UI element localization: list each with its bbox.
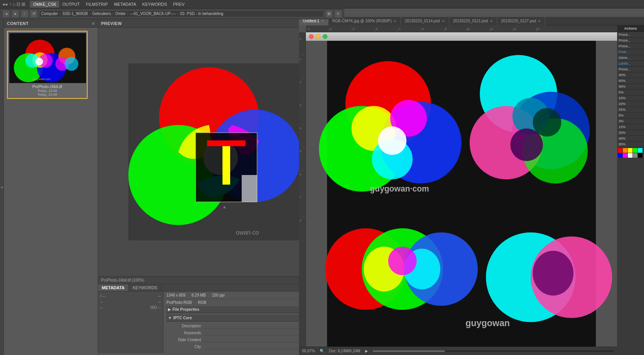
swatch-gray[interactable] — [633, 153, 637, 158]
actions-panel: Actions Proce... Proce... Proce... Portr… — [617, 25, 644, 355]
ps-tab-0114[interactable]: 20130220_0114.psd ✕ — [401, 17, 449, 25]
up-icon[interactable]: ↑ — [9, 2, 12, 7]
recent-icon[interactable]: ⊡ — [17, 2, 20, 7]
thumbnail-image: guygowan.com — [9, 33, 86, 83]
iptc-label: IPTC Core — [173, 316, 192, 320]
svg-point-85 — [388, 247, 417, 275]
ps-tab-0114-close[interactable]: ✕ — [442, 19, 445, 23]
grid-view-btn[interactable]: ⊞ — [325, 10, 333, 18]
swatch-blue[interactable] — [618, 153, 622, 158]
bc-omke[interactable]: Omke — [115, 12, 126, 16]
share-icon[interactable]: ⊞ — [22, 2, 25, 7]
preview-canvas-area: owan·co ✕ — [98, 28, 334, 276]
actions-item-18[interactable]: 40% — [617, 136, 644, 142]
bc-psd[interactable]: 02- PSD - In behandeling — [180, 12, 223, 16]
bc-backup[interactable]: ---01_VOOR_BACK-UP---- — [130, 12, 176, 16]
actions-item-10[interactable]: 5% — [617, 90, 644, 95]
swatch-white[interactable] — [628, 153, 632, 158]
ps-tab-untitled-label: Untitled-1 — [303, 19, 319, 23]
actions-item-2[interactable]: Proce... — [617, 43, 644, 49]
svg-text:4: 4 — [330, 27, 332, 31]
actions-item-16[interactable]: 12% — [617, 124, 644, 130]
actions-item-9[interactable]: 90% — [617, 84, 644, 90]
ps-image-svg: guygowan·com guygowan — [306, 41, 617, 347]
swatch-red[interactable] — [618, 148, 622, 153]
ps-tab-untitled-close[interactable]: ✕ — [321, 19, 324, 23]
meta-label-iso: -- — [100, 305, 103, 310]
swatch-black[interactable] — [638, 153, 642, 158]
bc-sep5: › — [177, 12, 178, 16]
list-view-btn[interactable]: ≡ — [334, 10, 342, 18]
actions-item-12[interactable]: 20% — [617, 101, 644, 107]
back-icon[interactable]: ◂ — [2, 2, 5, 7]
back-nav-btn[interactable]: ◂ — [2, 10, 10, 18]
content-area: guygowan.com ProPhoto-16bit.tif Today, 2… — [4, 28, 98, 355]
bridge-menu-bar: ◂ ▸ ↑ ⌂ ⊡ ⊞ OMKE_CS6 OUTPUT FILMSTRIP ME… — [0, 0, 644, 8]
actions-item-17[interactable]: 20% — [617, 130, 644, 136]
menu-omke[interactable]: OMKE_CS6 — [30, 1, 59, 8]
ps-tabs-row: Untitled-1 ✕ RGB-CMYK.jpg @ 100% (RGB/8*… — [299, 17, 644, 25]
bc-computer[interactable]: Computer — [41, 12, 58, 16]
ps-tab-0121[interactable]: 20130220_0121.psd ✕ — [449, 17, 497, 25]
forward-icon[interactable]: ▸ — [6, 2, 8, 7]
meta-val-iso: ISO -- — [150, 305, 161, 310]
thumbnail-item-prophoto[interactable]: guygowan.com ProPhoto-16bit.tif Today, 2… — [7, 31, 88, 99]
thumbnail-filename: ProPhoto-16bit.tif Today, 23:08 Today, 2… — [9, 85, 85, 97]
home-icon[interactable]: ⌂ — [13, 2, 15, 7]
actions-item-13[interactable]: 25% — [617, 107, 644, 113]
actions-item-1[interactable]: Proce... — [617, 38, 644, 43]
iptc-arrow: ▼ — [168, 316, 172, 320]
actions-item-8[interactable]: 60% — [617, 78, 644, 84]
menu-metadata[interactable]: METADATA — [111, 1, 139, 8]
iptc-desc-label: Description — [169, 324, 204, 328]
actions-item-15[interactable]: 3% — [617, 118, 644, 124]
swatch-orange[interactable] — [623, 148, 627, 153]
refresh-nav-btn[interactable]: ↺ — [30, 10, 38, 18]
actions-item-19[interactable]: 80% — [617, 142, 644, 147]
menu-keywords[interactable]: KEYWORDS — [139, 1, 170, 8]
actions-item-5[interactable]: Lands... — [617, 61, 644, 67]
bc-ssd[interactable]: SSD-1_960GB — [62, 12, 88, 16]
svg-rect-20 — [242, 175, 257, 202]
meta-filesize: 6.29 MB — [192, 293, 206, 297]
up-nav-btn[interactable]: ↑ — [21, 10, 28, 18]
menu-filmstrip[interactable]: FILMSTRIP — [83, 1, 111, 8]
ps-tab-0127-close[interactable]: ✕ — [538, 19, 541, 23]
actions-item-7[interactable]: 30% — [617, 72, 644, 78]
nav-toolbar: ◂ ▸ ↑ ↺ Computer › SSD-1_960GB › Gebruik… — [0, 8, 344, 19]
preview-panel: PREVIEW — [98, 19, 334, 284]
swatch-yellow[interactable] — [628, 148, 632, 153]
tl-maximize[interactable] — [323, 34, 327, 39]
tab-keywords[interactable]: KEYWORDS — [129, 284, 161, 291]
swatch-green[interactable] — [633, 148, 637, 153]
menu-prev[interactable]: PREV — [170, 1, 188, 8]
content-panel-menu-icon[interactable]: ≡ — [92, 21, 95, 26]
tl-minimize[interactable] — [316, 34, 320, 39]
actions-item-14[interactable]: 6% — [617, 113, 644, 118]
doc-titlebar — [306, 32, 617, 41]
sidebar-toggle[interactable]: ◂ — [0, 19, 4, 355]
svg-text:2: 2 — [300, 81, 301, 83]
actions-item-6[interactable]: Proce... — [617, 67, 644, 72]
ps-tab-cmyk-close[interactable]: ✕ — [393, 19, 397, 23]
fwd-nav-btn[interactable]: ▸ — [12, 10, 19, 18]
svg-text:guygowan·com: guygowan·com — [370, 184, 429, 193]
iptc-city-label: City — [169, 345, 204, 349]
menu-output[interactable]: OUTPUT — [59, 1, 83, 8]
ps-tab-0121-close[interactable]: ✕ — [490, 19, 493, 23]
meta-dimensions: 1348 x 809 — [166, 293, 186, 297]
swatch-cyan[interactable] — [638, 148, 642, 153]
actions-item-11[interactable]: 10% — [617, 95, 644, 101]
ps-tab-0127[interactable]: 20130220_0127.psd ✕ — [497, 17, 545, 25]
actions-item-4[interactable]: Gene... — [617, 55, 644, 61]
swatch-magenta[interactable] — [623, 153, 627, 158]
ps-image-canvas: guygowan·com guygowan — [306, 32, 617, 347]
svg-point-71 — [378, 127, 407, 155]
svg-point-7 — [35, 58, 43, 65]
actions-item-3[interactable]: Portr... — [617, 49, 644, 55]
bc-gebruikers[interactable]: Gebruikers — [92, 12, 111, 16]
svg-text:13: 13 — [536, 27, 539, 31]
actions-item-0[interactable]: Proce... — [617, 32, 644, 38]
tl-close[interactable] — [309, 34, 314, 39]
tab-metadata[interactable]: METADATA — [98, 284, 129, 291]
